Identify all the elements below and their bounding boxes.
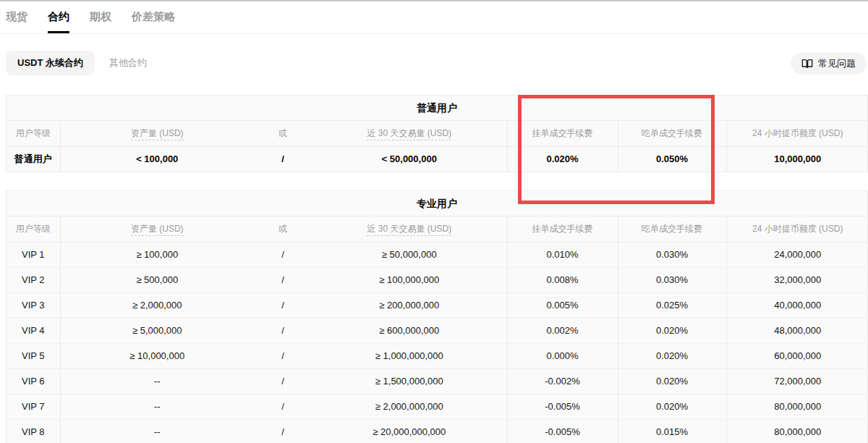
cell: 0.005% (507, 292, 618, 318)
column-header: 吃单成交手续费 (618, 216, 726, 242)
tab-spread[interactable]: 价差策略 (132, 1, 175, 33)
cell: 0.015% (618, 419, 726, 443)
cell: / (254, 242, 312, 267)
tooltip-header[interactable]: 资产量 (USD) (131, 128, 184, 140)
cell: 0.010% (507, 242, 618, 267)
cell: ≥ 2,000,000 (60, 292, 254, 318)
cell: 0.000% (507, 343, 618, 368)
cell: ≥ 50,000,000 (312, 242, 507, 267)
column-header: 或 (254, 216, 312, 242)
cell: -0.005% (507, 394, 618, 419)
cell: / (254, 343, 312, 368)
tooltip-header[interactable]: 资产量 (USD) (131, 224, 184, 236)
cell: ≥ 200,000,000 (312, 292, 507, 318)
cell: 普通用户 (7, 146, 60, 172)
contract-type-pills: USDT 永续合约其他合约 (6, 51, 862, 75)
cell: VIP 8 (7, 419, 60, 443)
cell: -- (60, 394, 254, 419)
table-title: 专业用户 (7, 191, 867, 216)
cell: 80,000,000 (726, 419, 868, 443)
column-header: 近 30 天交易量 (USD) (312, 216, 507, 242)
cell: VIP 3 (7, 292, 60, 318)
tab-spot[interactable]: 现货 (6, 1, 27, 33)
column-header: 用户等级 (7, 216, 60, 242)
fee-table: 用户等级资产量 (USD)或近 30 天交易量 (USD)挂单成交手续费吃单成交… (7, 216, 868, 443)
column-header: 用户等级 (7, 121, 60, 146)
cell: / (254, 318, 312, 343)
table-row: VIP 6--/≥ 1,500,000,000-0.002%0.020%72,0… (7, 368, 868, 394)
table-row: VIP 2≥ 500,000/≥ 100,000,0000.008%0.030%… (7, 267, 868, 292)
column-header: 或 (254, 121, 312, 146)
cell: 32,000,000 (726, 267, 868, 292)
cell: ≥ 1,000,000,000 (312, 343, 507, 368)
table-row: VIP 3≥ 2,000,000/≥ 200,000,0000.005%0.02… (7, 292, 868, 318)
cell: ≥ 100,000 (60, 242, 254, 267)
column-header: 近 30 天交易量 (USD) (312, 121, 507, 146)
table-row: VIP 5≥ 10,000,000/≥ 1,000,000,0000.000%0… (7, 343, 868, 368)
table-title: 普通用户 (7, 96, 867, 121)
tab-futures[interactable]: 合约 (48, 1, 69, 33)
cell: 0.008% (507, 267, 618, 292)
cell: 0.020% (618, 318, 726, 343)
cell: ≥ 10,000,000 (60, 343, 254, 368)
column-header: 资产量 (USD) (60, 121, 254, 146)
cell: -0.005% (507, 419, 618, 443)
cell: 0.050% (618, 146, 726, 172)
cell: 0.020% (618, 343, 726, 368)
cell: ≥ 600,000,000 (312, 318, 507, 343)
table-regular-users: 普通用户 用户等级资产量 (USD)或近 30 天交易量 (USD)挂单成交手续… (6, 95, 868, 172)
tooltip-header[interactable]: 近 30 天交易量 (USD) (367, 128, 451, 140)
cell: VIP 7 (7, 394, 60, 419)
column-header: 吃单成交手续费 (618, 121, 726, 146)
cell: < 50,000,000 (312, 146, 507, 172)
cell: VIP 6 (7, 368, 60, 394)
table-row: VIP 4≥ 5,000,000/≥ 600,000,0000.002%0.02… (7, 318, 868, 343)
cell: VIP 2 (7, 267, 60, 292)
cell: 0.025% (618, 292, 726, 318)
column-header: 24 小时提币额度 (USD) (726, 121, 868, 146)
tab-options[interactable]: 期权 (90, 1, 111, 33)
cell: 48,000,000 (726, 318, 868, 343)
faq-button[interactable]: 常见问题 (791, 53, 867, 75)
cell: -- (60, 419, 254, 443)
table-row: VIP 1≥ 100,000/≥ 50,000,0000.010%0.030%2… (7, 242, 868, 267)
cell: / (254, 146, 312, 172)
table-row: VIP 7--/≥ 2,000,000,000-0.005%0.020%80,0… (7, 394, 868, 419)
cell: 0.020% (618, 368, 726, 394)
pill-usdt-perpetual[interactable]: USDT 永续合约 (6, 51, 95, 75)
fees-page: { "colors": { "accent": "#e94b4b", "mute… (0, 0, 868, 443)
column-header: 挂单成交手续费 (507, 216, 618, 242)
sub-tabs: USDT 永续合约其他合约 常见问题 (6, 51, 862, 75)
cell: 10,000,000 (726, 146, 868, 172)
cell: 0.002% (507, 318, 618, 343)
cell: ≥ 1,500,000,000 (312, 368, 507, 394)
cell: ≥ 500,000 (60, 267, 254, 292)
cell: 0.030% (618, 242, 726, 267)
cell: ≥ 2,000,000,000 (312, 394, 507, 419)
cell: 0.030% (618, 267, 726, 292)
table-pro-users: 专业用户 用户等级资产量 (USD)或近 30 天交易量 (USD)挂单成交手续… (6, 190, 868, 443)
cell: 24,000,000 (726, 242, 868, 267)
column-header: 24 小时提币额度 (USD) (726, 216, 868, 242)
column-header: 挂单成交手续费 (507, 121, 618, 146)
cell: ≥ 5,000,000 (60, 318, 254, 343)
primary-tabs: 现货合约期权价差策略 (0, 1, 868, 34)
table-row: VIP 8--/≥ 20,000,000,000-0.005%0.015%80,… (7, 419, 868, 443)
column-header: 资产量 (USD) (60, 216, 254, 242)
cell: 40,000,000 (726, 292, 868, 318)
cell: VIP 5 (7, 343, 60, 368)
table-row: 普通用户< 100,000/< 50,000,0000.020%0.050%10… (7, 146, 868, 172)
cell: 0.020% (507, 146, 618, 172)
tooltip-header[interactable]: 近 30 天交易量 (USD) (367, 224, 451, 236)
cell: / (254, 267, 312, 292)
cell: VIP 4 (7, 318, 60, 343)
cell: -0.002% (507, 368, 618, 394)
cell: 80,000,000 (726, 394, 868, 419)
cell: ≥ 100,000,000 (312, 267, 507, 292)
cell: VIP 1 (7, 242, 60, 267)
cell: < 100,000 (60, 146, 254, 172)
cell: / (254, 292, 312, 318)
pill-other-contracts[interactable]: 其他合约 (109, 51, 147, 75)
cell: / (254, 368, 312, 394)
cell: 60,000,000 (726, 343, 868, 368)
